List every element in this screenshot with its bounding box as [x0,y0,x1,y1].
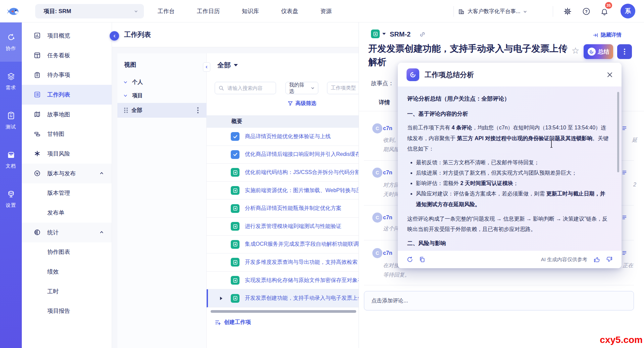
sidebar-item-overview[interactable]: 项目概览 [22,26,112,46]
help-icon[interactable]: ? [582,7,590,15]
comment-author[interactable]: c7n [383,215,392,221]
notifications-bell-icon[interactable] [600,8,608,16]
sidebar-item-risk[interactable]: 项目风险 [22,144,112,164]
work-item-row[interactable]: 开发多维度发票查询与导出功能，支持高效检索 [207,253,359,272]
work-item-row[interactable]: 进行发票管理模块端到端测试与性能验证 [207,218,359,236]
todo-clipboard-icon [34,72,41,78]
task-check-icon [231,132,239,141]
sidebar-item-gantt[interactable]: 甘特图 [22,124,112,144]
story-book-icon [231,168,239,177]
archive-box-icon [7,151,15,159]
comment-author[interactable]: c7n [383,170,392,176]
nav-item-resources[interactable]: 资源 [320,7,332,15]
work-item-row[interactable]: 实现发票结构化存储与原始文件加密保存至对象存储 [207,272,359,290]
sidebar-item-backlog[interactable]: 待办事项 [22,65,112,85]
star-favorite-icon[interactable]: ☆ [572,46,579,56]
add-comment-input[interactable]: 点击添加评论... [364,291,634,310]
rail-item-collaboration[interactable]: 协作 [0,22,22,62]
comment-actions-icon[interactable] [622,250,627,256]
list-title-dropdown[interactable]: 全部 [217,61,238,70]
view-group-personal[interactable]: 个人 [117,75,207,89]
sidebar-item-board[interactable]: 任务看板 [22,46,112,65]
view-group-project[interactable]: 项目 [117,89,207,102]
workitem-type-filter-dropdown[interactable]: 工作项类型 [327,82,359,94]
rail-item-settings[interactable]: 设置 [0,179,22,219]
comment-text: 天时间 [383,191,399,198]
issue-type-caret-icon[interactable] [382,33,386,35]
view-more-menu-icon[interactable] [197,110,199,111]
ai-summary-dialog: 工作项总结分析 评论分析总结（用户关注点：全部评论） 一、基于评论内容的分析 当… [398,63,622,268]
rail-item-documents[interactable]: 文档 [0,140,22,179]
app-logo-fish-icon[interactable] [6,3,22,19]
comment-actions-icon[interactable] [622,125,627,131]
story-book-icon [231,240,239,249]
ai-section2-heading: 二、风险与影响 [407,238,610,248]
project-selector[interactable]: 项目: SRM [35,4,144,18]
work-item-row[interactable]: 分析商品详情页性能瓶颈并制定优化方案 [207,199,359,218]
sidebar-item-collab-charts[interactable]: 协作图表 [22,242,112,262]
ai-summarize-button[interactable]: 总结 [584,44,613,59]
comment-text-fragment: 2 [633,182,636,188]
work-item-row[interactable]: 优化前端代码结构：JS/CSS合并拆分与代码分割 [207,164,359,182]
sidebar-group-version-release[interactable]: 版本与发布 [22,164,112,183]
work-item-row[interactable]: 优化商品详情后端接口响应时间并引入Redis缓存 [207,146,359,164]
work-item-row[interactable]: 实施前端资源优化：图片懒加载、WebP转换与压缩 [207,182,359,200]
search-input[interactable] [227,85,270,91]
avatar: C [372,168,382,178]
horizontal-scrollbar[interactable] [211,310,356,313]
more-actions-button[interactable] [617,44,632,59]
copy-icon[interactable] [419,256,425,263]
work-item-row-selected[interactable]: 开发发票创建功能，支持手动录入与电子发票上传解析 [207,289,359,307]
expand-caret-icon[interactable] [220,297,222,300]
sidebar-item-version-mgmt[interactable]: 版本管理 [22,183,112,203]
nav-item-knowledge[interactable]: 知识库 [242,7,259,15]
org-switcher[interactable]: 大客户数字化平台事... [458,7,527,16]
map-icon [34,111,41,118]
collapse-views-button[interactable] [203,62,210,72]
regenerate-icon[interactable] [407,256,413,263]
dialog-scrollbar[interactable] [617,92,619,172]
thumbs-down-icon[interactable] [606,256,613,263]
collapse-sidebar-button[interactable] [110,31,119,41]
hide-details-button[interactable]: 隐藏详情 [593,32,622,39]
org-switcher-label: 大客户数字化平台事... [468,8,520,15]
nav-item-workbench[interactable]: 工作台 [158,7,175,15]
notification-count-badge: 35 [605,2,612,9]
work-item-row[interactable]: 集成OCR服务并完成发票字段自动解析功能联调 [207,236,359,254]
sidebar-group-statistics[interactable]: 统计 [22,223,112,242]
rail-item-requirements[interactable]: 需求 [0,62,22,101]
sidebar-item-project-report[interactable]: 项目报告 [22,301,112,321]
my-filter-dropdown[interactable]: 我的筛选 [285,82,318,94]
rail-item-testing[interactable]: 测试 [0,101,22,140]
nav-item-calendar[interactable]: 工作日历 [197,7,220,15]
chevron-down-icon [123,94,127,98]
sprint-icon [7,33,15,42]
sidebar-item-worklist[interactable]: 工作列表 [22,85,112,105]
story-book-icon [231,294,239,303]
create-workitem-button[interactable]: 创建工作项 [215,319,251,326]
sidebar-item-performance[interactable]: 绩效 [22,262,112,282]
copy-link-icon[interactable] [419,31,426,38]
work-item-row[interactable]: 商品详情页性能优化整体验证与上线 [207,128,359,146]
drag-handle-icon[interactable] [124,110,125,111]
sidebar-item-storymap[interactable]: 故事地图 [22,105,112,124]
tab-detail[interactable]: 详情 [379,99,390,106]
avatar[interactable]: 系 [621,4,635,18]
avatar: C [372,123,382,133]
settings-gear-icon[interactable] [564,7,572,15]
close-icon[interactable] [607,72,613,78]
thumbs-up-icon[interactable] [593,256,600,263]
sidebar-item-release-order[interactable]: 发布单 [22,203,112,223]
comment-author[interactable]: c7n [383,125,392,131]
nav-item-dashboard[interactable]: 仪表盘 [281,7,298,15]
sidebar-item-worktime[interactable]: 工时 [22,282,112,301]
issue-key[interactable]: SRM-2 [390,31,411,38]
comment-actions-icon[interactable] [622,170,627,175]
comment-actions-icon[interactable] [622,215,627,220]
comment-author[interactable]: c7n [383,250,392,256]
issue-type-story-icon[interactable] [371,30,380,38]
search-box[interactable] [215,82,276,94]
view-item-all[interactable]: 全部 [117,103,207,118]
worklist-panel: 全部 我的筛选 工作项类型 高级筛选 概要 商品详情页性能优化整体验证与上线 优… [207,53,359,348]
advanced-filter-button[interactable]: 高级筛选 [287,100,316,107]
